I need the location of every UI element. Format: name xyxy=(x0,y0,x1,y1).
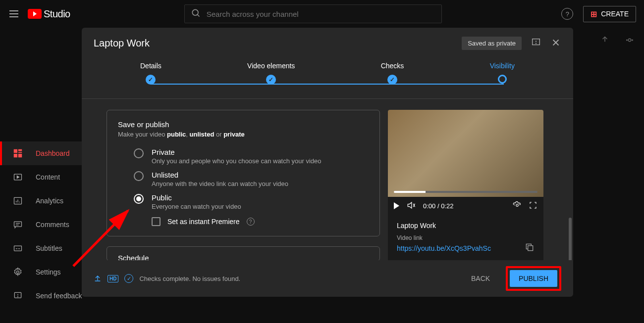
radio-desc: Everyone can watch your video xyxy=(152,203,241,210)
sidebar-item-label: Content xyxy=(36,173,60,181)
radio-icon[interactable] xyxy=(134,171,144,181)
comments-icon xyxy=(12,219,24,231)
app-header: Studio ? ⊞ CREATE xyxy=(0,0,644,28)
create-button[interactable]: ⊞ CREATE xyxy=(583,6,636,22)
analytics-icon xyxy=(12,195,24,207)
radio-icon[interactable] xyxy=(134,194,144,204)
schedule-card[interactable]: Schedule xyxy=(107,246,380,260)
step-ring-icon xyxy=(498,75,507,84)
feedback-icon xyxy=(12,290,24,302)
search-icon xyxy=(191,8,201,20)
radio-icon[interactable] xyxy=(134,148,144,158)
logo[interactable]: Studio xyxy=(28,8,70,20)
step-visibility[interactable]: Visibility xyxy=(490,62,515,85)
step-check-icon xyxy=(387,75,397,85)
svg-point-22 xyxy=(627,40,628,41)
copy-icon[interactable] xyxy=(525,242,535,254)
upload-icon xyxy=(94,274,102,283)
status-text: Checks complete. No issues found. xyxy=(139,275,240,282)
svg-rect-3 xyxy=(18,149,22,151)
sidebar-item-label: Analytics xyxy=(36,197,63,205)
card-subtitle: Make your video public, unlisted or priv… xyxy=(118,131,369,138)
svg-line-1 xyxy=(197,15,199,17)
background-icons xyxy=(600,35,635,46)
time-display: 0:00 / 0:22 xyxy=(423,202,453,210)
modal-title: Laptop Work xyxy=(94,38,150,49)
svg-point-0 xyxy=(192,9,198,15)
modal-footer: HD ✓ Checks complete. No issues found. B… xyxy=(82,260,573,297)
svg-rect-5 xyxy=(14,154,17,157)
svg-rect-15 xyxy=(14,246,22,251)
video-link[interactable]: https://youtu.be/XcQs3PvahSc xyxy=(397,244,491,252)
search-box[interactable] xyxy=(184,4,442,23)
sidebar-item-label: Comments xyxy=(36,221,69,229)
gear-icon xyxy=(12,266,24,278)
svg-rect-2 xyxy=(14,149,17,153)
step-check-icon xyxy=(146,75,156,85)
help-icon[interactable]: ? xyxy=(247,218,255,226)
radio-unlisted[interactable]: Unlisted Anyone with the video link can … xyxy=(118,168,369,190)
publish-button[interactable]: PUBLISH xyxy=(510,270,557,287)
hd-badge: HD xyxy=(107,275,118,282)
subtitles-icon xyxy=(12,242,24,254)
close-icon[interactable] xyxy=(550,37,561,50)
youtube-play-icon xyxy=(28,9,42,19)
settings-icon[interactable] xyxy=(513,201,522,211)
saved-as-badge: Saved as private xyxy=(462,37,522,50)
card-title: Save or publish xyxy=(118,120,369,129)
svg-point-21 xyxy=(18,296,18,297)
stepper: Details Video elements Checks Visibility xyxy=(82,57,573,99)
checkbox-icon[interactable] xyxy=(152,217,161,226)
svg-rect-4 xyxy=(18,152,22,153)
radio-label: Private xyxy=(152,148,322,156)
scrollbar[interactable] xyxy=(569,218,572,260)
checkbox-label: Set as instant Premiere xyxy=(167,218,240,226)
fullscreen-icon[interactable] xyxy=(529,201,537,211)
save-or-publish-card: Save or publish Make your video public, … xyxy=(107,110,380,236)
schedule-title: Schedule xyxy=(118,254,369,260)
radio-desc: Only you and people who you choose can w… xyxy=(152,157,322,165)
help-icon[interactable]: ? xyxy=(561,8,573,20)
modal-header: Laptop Work Saved as private xyxy=(82,28,573,57)
sidebar-item-label: Subtitles xyxy=(36,244,62,252)
premiere-checkbox-row[interactable]: Set as instant Premiere ? xyxy=(118,213,369,226)
volume-icon[interactable] xyxy=(406,200,416,212)
video-preview: 0:00 / 0:22 Laptop Work Video link https… xyxy=(388,110,543,260)
radio-desc: Anyone with the video link can watch you… xyxy=(152,180,288,187)
radio-public[interactable]: Public Everyone can watch your video xyxy=(118,190,369,213)
svg-rect-6 xyxy=(18,154,22,157)
sidebar-item-label: Settings xyxy=(36,268,61,276)
video-thumbnail[interactable] xyxy=(388,110,543,197)
step-check-icon xyxy=(266,75,276,85)
sidebar-item-label: Dashboard xyxy=(36,149,70,157)
dashboard-icon xyxy=(12,147,24,159)
menu-icon[interactable] xyxy=(8,8,20,20)
search-input[interactable] xyxy=(207,10,435,18)
svg-point-27 xyxy=(536,43,537,44)
link-label: Video link xyxy=(397,234,535,241)
back-button[interactable]: BACK xyxy=(463,271,498,286)
play-icon[interactable] xyxy=(394,202,399,209)
content-icon xyxy=(12,171,24,183)
video-controls: 0:00 / 0:22 xyxy=(388,197,543,215)
sidebar-item-label: Send feedback xyxy=(36,292,82,300)
svg-rect-33 xyxy=(528,246,533,251)
logo-text: Studio xyxy=(44,8,70,20)
feedback-modal-icon[interactable] xyxy=(531,37,541,50)
step-checks[interactable]: Checks xyxy=(381,62,404,85)
create-plus-icon: ⊞ xyxy=(590,9,597,19)
publish-highlight: PUBLISH xyxy=(506,266,561,291)
svg-point-23 xyxy=(628,39,631,42)
step-video-elements[interactable]: Video elements xyxy=(247,62,295,85)
step-details[interactable]: Details xyxy=(140,62,161,85)
check-circle-icon: ✓ xyxy=(124,274,133,283)
radio-private[interactable]: Private Only you and people who you choo… xyxy=(118,145,369,168)
svg-rect-12 xyxy=(14,222,22,227)
create-label: CREATE xyxy=(601,10,629,18)
svg-point-18 xyxy=(17,271,19,274)
upload-modal: Laptop Work Saved as private Details Vid… xyxy=(82,28,573,297)
radio-label: Unlisted xyxy=(152,171,288,179)
radio-label: Public xyxy=(152,193,241,202)
svg-point-32 xyxy=(516,204,519,206)
svg-point-24 xyxy=(632,40,633,41)
